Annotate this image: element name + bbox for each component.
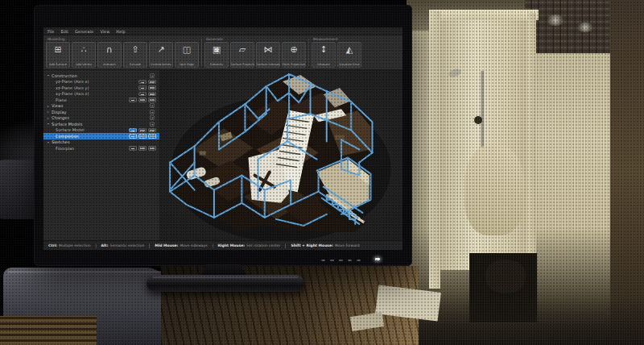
elements-button[interactable]: ▣ Elements bbox=[204, 42, 229, 68]
pointcloud-bathroom-background bbox=[407, 0, 644, 345]
hint-shift-right-mouse: Shift + Right Mouse:Move forward bbox=[291, 243, 359, 247]
tree-item-yz-plane[interactable]: yz-Plane (Axis x) bbox=[43, 79, 159, 85]
toolbar-group-measurement: Measurement ↕ Measure ◭ Visualize Error bbox=[312, 36, 361, 68]
tree-header-sketches[interactable]: ▾ Sketches bbox=[43, 139, 159, 146]
surface-intersection-button[interactable]: ⋈ Surface Intersection bbox=[256, 42, 280, 68]
monitor-control-buttons[interactable] bbox=[321, 260, 361, 261]
menu-generate[interactable]: Generate bbox=[75, 29, 93, 34]
toggle-button[interactable] bbox=[129, 134, 137, 139]
measure-button[interactable]: ↕ Measure bbox=[312, 42, 336, 68]
add-item-button[interactable] bbox=[150, 115, 155, 120]
button-label: Split Edge bbox=[180, 63, 194, 66]
toggle-button[interactable] bbox=[129, 98, 137, 102]
power-led bbox=[375, 258, 380, 260]
menu-help[interactable]: Help bbox=[116, 29, 125, 34]
point-projection-icon: ⊕ bbox=[290, 44, 297, 55]
tree-label: Plane bbox=[56, 98, 67, 102]
group-label: Generate bbox=[204, 36, 306, 42]
viewport-3d[interactable] bbox=[160, 70, 402, 240]
visibility-button[interactable] bbox=[138, 134, 147, 139]
button-label: Extrude bbox=[130, 63, 141, 66]
monitor-button[interactable] bbox=[348, 260, 352, 261]
status-separator bbox=[96, 243, 97, 248]
tree-label: Construction bbox=[52, 73, 77, 78]
hint-alt: Alt:Semantic selection bbox=[101, 243, 145, 247]
monitor-button[interactable] bbox=[339, 260, 343, 261]
menu-view[interactable]: View bbox=[100, 29, 109, 34]
tree-header-changes[interactable]: ▸ Changes bbox=[43, 115, 159, 122]
tree-item-plane[interactable]: Plane bbox=[43, 97, 159, 103]
add-item-button[interactable] bbox=[150, 103, 155, 108]
menu-file[interactable]: File bbox=[47, 29, 54, 34]
add-item-button[interactable] bbox=[150, 73, 155, 78]
visibility-button[interactable] bbox=[148, 85, 156, 90]
monitor-button[interactable] bbox=[330, 260, 334, 261]
visibility-button[interactable] bbox=[138, 146, 147, 151]
visibility-button[interactable] bbox=[148, 92, 156, 97]
tree-header-display[interactable]: ▸ Display bbox=[43, 109, 159, 115]
options-button[interactable] bbox=[148, 134, 156, 139]
tree-label: Surface Model bbox=[56, 127, 85, 132]
toggle-button[interactable] bbox=[129, 146, 137, 151]
tree-item-completion[interactable]: Completion bbox=[43, 133, 159, 139]
elements-icon: ▣ bbox=[213, 44, 221, 55]
button-label: Visualize Error bbox=[339, 63, 360, 66]
tree-item-xy-plane[interactable]: xy-Plane (Axis z) bbox=[43, 91, 159, 98]
tree-header-construction[interactable]: ▾ Construction bbox=[43, 73, 159, 79]
options-button[interactable] bbox=[148, 98, 156, 102]
add-surface-icon: ⊞ bbox=[54, 44, 61, 55]
button-label: Intersect bbox=[103, 63, 116, 66]
monitor-button[interactable] bbox=[357, 260, 361, 261]
add-surface-button[interactable]: ⊞ Add Surface bbox=[46, 42, 70, 68]
add-item-button[interactable] bbox=[150, 122, 155, 127]
scanline-streaks bbox=[407, 0, 644, 345]
toolbar-separator bbox=[308, 39, 309, 66]
tree-label: Sketches bbox=[52, 139, 70, 144]
tree-item-xz-plane[interactable]: xz-Plane (Axis y) bbox=[43, 85, 159, 91]
menu-edit[interactable]: Edit bbox=[60, 29, 68, 34]
tree-label: Display bbox=[52, 110, 66, 114]
tree-label: Views bbox=[52, 103, 63, 108]
add-vertex-button[interactable]: ∴ Add Vertex bbox=[72, 42, 96, 68]
surface-intersection-icon: ⋈ bbox=[264, 44, 273, 55]
point-projection-button[interactable]: ⊕ Point Projection bbox=[282, 42, 306, 68]
status-separator bbox=[285, 243, 286, 248]
bench-rim bbox=[8, 271, 161, 273]
surface-projection-button[interactable]: ▱ Surface Projection bbox=[230, 42, 254, 68]
toggle-button[interactable] bbox=[138, 80, 147, 85]
menubar: File Edit Generate View Help bbox=[43, 27, 402, 35]
tree-item-floorplan[interactable]: Floorplan bbox=[43, 145, 159, 152]
add-item-button[interactable] bbox=[150, 110, 155, 114]
toggle-button[interactable] bbox=[138, 92, 147, 97]
intersect-button[interactable]: ∩ Intersect bbox=[97, 42, 122, 68]
options-button[interactable] bbox=[148, 128, 156, 133]
status-separator bbox=[213, 243, 213, 248]
visibility-button[interactable] bbox=[138, 98, 147, 102]
extrude-button[interactable]: ⇧ Extrude bbox=[123, 42, 147, 68]
button-label: Point Projection bbox=[283, 63, 305, 66]
visualize-error-button[interactable]: ◭ Visualize Error bbox=[337, 42, 361, 68]
group-label: Measurement bbox=[312, 36, 361, 42]
extrude-icon: ⇧ bbox=[131, 44, 138, 55]
tree-item-surface-model[interactable]: Surface Model bbox=[43, 127, 159, 134]
tree-label: Floorplan bbox=[56, 146, 74, 151]
split-edge-icon: ◫ bbox=[183, 44, 191, 55]
toolbar: Modelling ⊞ Add Surface ∴ Add Vertex bbox=[43, 35, 402, 70]
tree-header-surface-models[interactable]: ▾ Surface Models bbox=[43, 121, 159, 127]
dollhouse-model-svg[interactable] bbox=[160, 70, 402, 240]
tree-header-views[interactable]: ▸ Views bbox=[43, 103, 159, 110]
hint-ctrl: Ctrl:Multiple selection bbox=[48, 243, 91, 247]
button-label: Elements bbox=[210, 63, 224, 66]
toggle-button[interactable] bbox=[138, 85, 147, 90]
visibility-button[interactable] bbox=[148, 80, 156, 85]
intersect-icon: ∩ bbox=[106, 44, 113, 55]
visibility-button[interactable] bbox=[138, 128, 147, 133]
active-toggle-button[interactable] bbox=[129, 128, 137, 133]
hint-mid-mouse: Mid Mouse:Move sideways bbox=[155, 243, 207, 247]
split-edge-button[interactable]: ◫ Split Edge bbox=[175, 42, 199, 68]
button-label: Extend Vertex bbox=[151, 63, 171, 66]
options-button[interactable] bbox=[148, 146, 156, 151]
extend-vertex-button[interactable]: ↗ Extend Vertex bbox=[149, 42, 173, 68]
hint-right-mouse: Right Mouse:Set rotation center bbox=[218, 243, 281, 247]
monitor-button[interactable] bbox=[321, 260, 325, 261]
